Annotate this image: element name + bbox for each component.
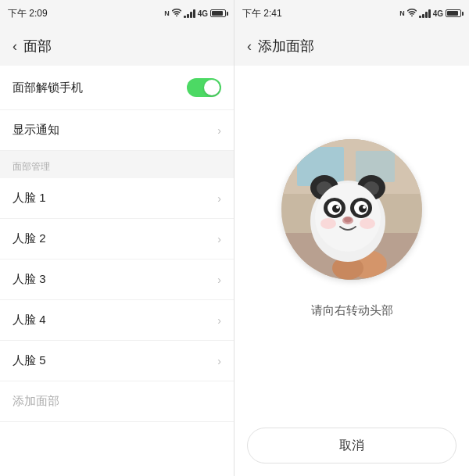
battery-icon-left — [210, 9, 226, 17]
face-management-section: 面部管理 — [0, 151, 234, 178]
face4-arrow: › — [217, 314, 221, 327]
network-type-right: 4G — [433, 9, 443, 18]
face3-item[interactable]: 人脸 3 › — [0, 259, 234, 300]
network-type-left: 4G — [198, 9, 208, 18]
face-unlock-item[interactable]: 面部解锁手机 — [0, 66, 234, 110]
page-title-right: 添加面部 — [258, 37, 314, 55]
status-icons-right: N 4G — [399, 9, 461, 18]
header-right: ‹ 添加面部 — [234, 27, 469, 66]
face1-arrow: › — [217, 192, 221, 205]
cancel-button-area: 取消 — [234, 415, 469, 476]
svg-point-18 — [359, 205, 367, 213]
add-face-item[interactable]: 添加面部 — [0, 381, 234, 422]
face-preview-circle — [281, 139, 422, 280]
face-unlock-toggle[interactable] — [187, 78, 221, 97]
face4-item[interactable]: 人脸 4 › — [0, 300, 234, 341]
status-bar-right: 下午 2:41 N 4G — [234, 0, 469, 27]
face5-arrow: › — [217, 355, 221, 367]
instruction-text: 请向右转动头部 — [311, 303, 393, 318]
battery-icon-right — [446, 9, 461, 17]
back-button-left[interactable]: ‹ — [13, 38, 17, 55]
face-unlock-label: 面部解锁手机 — [13, 81, 83, 95]
face2-label: 人脸 2 — [13, 231, 46, 246]
status-time-right: 下午 2:41 — [242, 7, 282, 20]
svg-point-19 — [336, 206, 339, 209]
face-scan-content: 请向右转动头部 — [234, 66, 469, 415]
nfc-icon-left: N — [164, 9, 170, 17]
face3-arrow: › — [217, 274, 221, 286]
show-notification-item[interactable]: 显示通知 › — [0, 110, 234, 151]
face5-label: 人脸 5 — [13, 353, 46, 368]
wifi-icon-right — [407, 9, 417, 18]
page-title-left: 面部 — [23, 37, 52, 55]
face1-item[interactable]: 人脸 1 › — [0, 178, 234, 219]
face2-item[interactable]: 人脸 2 › — [0, 219, 234, 259]
right-panel: 下午 2:41 N 4G ‹ 添加面部 — [234, 0, 469, 476]
nfc-icon-right: N — [399, 9, 405, 17]
signal-icon-right — [419, 9, 431, 18]
face2-arrow: › — [217, 233, 221, 245]
back-button-right[interactable]: ‹ — [247, 38, 252, 55]
svg-point-20 — [363, 206, 366, 209]
show-notification-arrow: › — [217, 124, 221, 137]
header-left: ‹ 面部 — [0, 27, 234, 66]
cancel-button[interactable]: 取消 — [247, 428, 456, 463]
panda-face-svg — [281, 139, 422, 280]
face5-item[interactable]: 人脸 5 › — [0, 341, 234, 381]
show-notification-label: 显示通知 — [13, 123, 59, 138]
left-panel: 下午 2:09 N 4G ‹ 面部 面部解锁手机 显示通知 — [0, 0, 234, 476]
signal-icon-left — [184, 9, 195, 18]
status-icons-left: N 4G — [164, 9, 226, 18]
svg-point-22 — [344, 217, 352, 223]
add-face-label: 添加面部 — [13, 394, 59, 407]
face4-label: 人脸 4 — [13, 313, 46, 327]
svg-point-23 — [320, 218, 336, 229]
settings-list: 面部解锁手机 显示通知 › 面部管理 人脸 1 › 人脸 2 › 人脸 3 › … — [0, 66, 234, 476]
wifi-icon-left — [172, 9, 181, 18]
svg-point-17 — [332, 205, 340, 213]
face1-label: 人脸 1 — [13, 191, 46, 206]
status-time-left: 下午 2:09 — [8, 7, 48, 20]
face3-label: 人脸 3 — [13, 272, 46, 287]
status-bar-left: 下午 2:09 N 4G — [0, 0, 234, 27]
svg-point-24 — [360, 218, 375, 229]
